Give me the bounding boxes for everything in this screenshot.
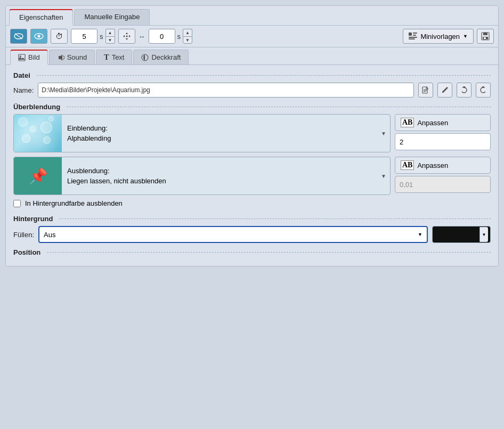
tab-eigenschaften[interactable]: Eigenschaften	[9, 9, 73, 26]
tab-manuelle-eingabe[interactable]: Manuelle Eingabe	[74, 9, 150, 25]
duration-unit: s	[99, 33, 104, 41]
subtab-sound[interactable]: Sound	[49, 50, 95, 64]
svg-rect-13	[484, 37, 486, 39]
color-picker-button[interactable]: ▼	[432, 226, 491, 243]
color-picker-arrow: ▼	[479, 227, 488, 242]
svg-point-15	[20, 55, 21, 57]
rotate-cw-button[interactable]	[457, 83, 472, 98]
subtab-deckkraft-label: Deckkraft	[151, 53, 181, 61]
ausblendung-controls: AB Anpassen 0,01 s ▲ ▼	[395, 157, 491, 195]
hintergrund-row: Füllen: Aus ▼ ▼	[13, 226, 491, 243]
fuellen-value: Aus	[44, 231, 55, 239]
subtab-deckkraft[interactable]: Deckkraft	[133, 50, 189, 64]
top-tabs: Eigenschaften Manuelle Eingabe	[6, 6, 498, 26]
file-path-input[interactable]	[38, 83, 414, 98]
section-datei-title: Datei	[13, 71, 491, 79]
svg-point-3	[38, 35, 40, 38]
minivorlagen-label: Minivorlagen	[420, 33, 460, 41]
name-label: Name:	[13, 86, 34, 94]
duration-input[interactable]: 5	[71, 29, 97, 44]
einblendung-controls: AB Anpassen 2 s ▲ ▼	[395, 114, 491, 152]
ausblendung-anpassen-btn[interactable]: AB Anpassen	[395, 157, 491, 174]
fuellen-arrow: ▼	[418, 232, 422, 237]
visibility-on-btn[interactable]	[30, 29, 47, 44]
position-section: Position	[13, 248, 491, 256]
einblendung-row: Einblendung: Alphablending ▼ AB Anpassen…	[13, 114, 491, 152]
offset-spinner: 0 s ▲ ▼	[149, 29, 193, 44]
einblendung-dropdown-arrow: ▼	[377, 115, 390, 152]
hintergrundfarbe-checkbox[interactable]	[13, 200, 21, 207]
minivorlagen-button[interactable]: Minivorlagen ▼	[403, 29, 474, 44]
rotate-ccw-button[interactable]	[476, 83, 491, 98]
svg-marker-22	[482, 86, 484, 87]
ausblendung-duration-input[interactable]: 0,01	[395, 181, 491, 189]
ausblendung-preview: 📌	[14, 157, 62, 195]
toolbar: ⏱ 5 s ▲ ▼ ↔ 0 s ▲ ▼	[6, 26, 498, 47]
einblendung-text: Einblendung: Alphablending	[62, 123, 377, 144]
timer-icon: ⏱	[51, 29, 68, 44]
section-ueberblendung-title: Überblendung	[13, 103, 491, 111]
content-area: Datei Name:	[6, 65, 498, 266]
duration-up[interactable]: ▲	[105, 29, 115, 36]
section-hintergrund-title: Hintergrund	[13, 215, 491, 223]
svg-rect-5	[409, 33, 412, 36]
ausblendung-text: Ausblendung: Liegen lassen, nicht ausble…	[62, 166, 377, 187]
svg-rect-14	[19, 54, 25, 61]
minivorlagen-arrow: ▼	[463, 34, 468, 39]
einblendung-select[interactable]: Einblendung: Alphablending ▼	[13, 114, 391, 152]
svg-rect-7	[413, 35, 416, 36]
subtab-text[interactable]: T Text	[96, 50, 132, 64]
offset-up[interactable]: ▲	[183, 29, 192, 36]
checkbox-row: In Hintergrundfarbe ausblenden	[13, 199, 491, 207]
subtab-bild-label: Bild	[28, 53, 40, 61]
ausblendung-anpassen-label: Anpassen	[417, 161, 448, 169]
tab-manuelle-eingabe-label: Manuelle Eingabe	[84, 13, 140, 21]
offset-input[interactable]: 0	[149, 29, 175, 44]
name-field-row: Name:	[13, 83, 491, 98]
ausblendung-dropdown-arrow: ▼	[377, 157, 390, 195]
offset-down[interactable]: ▼	[183, 36, 192, 44]
duration-arrows: ▲ ▼	[105, 29, 115, 44]
ausblendung-duration-spinner: 0,01 s ▲ ▼	[395, 176, 491, 193]
section-position-title: Position	[13, 248, 491, 256]
svg-rect-8	[409, 37, 417, 38]
svg-marker-21	[463, 86, 465, 87]
einblendung-preview	[14, 114, 62, 152]
svg-rect-17	[422, 87, 427, 93]
einblendung-duration-input[interactable]: 2	[395, 138, 491, 146]
tab-eigenschaften-label: Eigenschaften	[19, 13, 63, 21]
offset-arrows: ▲ ▼	[183, 29, 192, 44]
subtab-text-label: Text	[112, 53, 125, 61]
duration-down[interactable]: ▼	[105, 36, 115, 44]
einblendung-duration-spinner: 2 s ▲ ▼	[395, 133, 491, 150]
main-container: Eigenschaften Manuelle Eingabe ⏱ 5 s	[5, 5, 499, 266]
visibility-off-btn[interactable]	[10, 29, 27, 44]
ausblendung-row: 📌 Ausblendung: Liegen lassen, nicht ausb…	[13, 157, 491, 195]
svg-marker-16	[59, 54, 62, 61]
svg-point-4	[126, 36, 127, 37]
svg-rect-11	[483, 33, 487, 35]
fuellen-select[interactable]: Aus ▼	[38, 226, 428, 243]
subtab-sound-label: Sound	[67, 53, 87, 61]
save-button[interactable]	[477, 29, 494, 44]
svg-rect-9	[409, 38, 415, 39]
subtab-bild[interactable]: Bild	[10, 50, 48, 65]
browse-button[interactable]	[418, 83, 433, 98]
duration-spinner: 5 s ▲ ▼	[71, 29, 115, 44]
sub-tabs: Bild Sound T Text Deckkraft	[6, 47, 498, 65]
fuellen-label: Füllen:	[13, 231, 34, 239]
subtab-text-icon: T	[104, 53, 109, 62]
move-icon[interactable]	[118, 29, 135, 44]
pen-button[interactable]	[437, 83, 452, 98]
checkbox-label: In Hintergrundfarbe ausblenden	[25, 199, 123, 207]
offset-icon: ↔	[139, 33, 145, 41]
svg-rect-6	[413, 33, 417, 34]
anpassen-label: Anpassen	[417, 119, 448, 127]
offset-unit: s	[176, 33, 182, 41]
einblendung-anpassen-btn[interactable]: AB Anpassen	[395, 114, 491, 131]
ausblendung-select[interactable]: 📌 Ausblendung: Liegen lassen, nicht ausb…	[13, 157, 391, 195]
